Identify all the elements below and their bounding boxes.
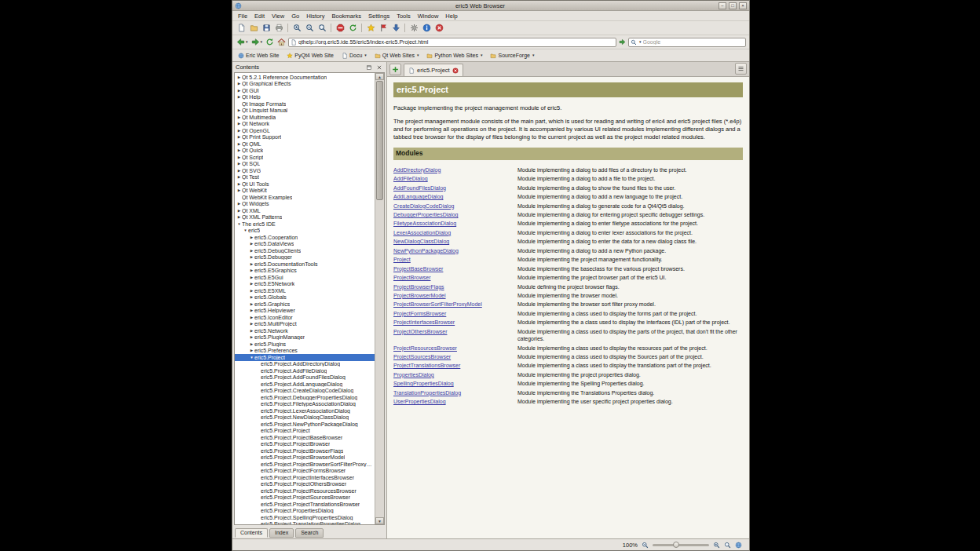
- tree-item[interactable]: ▶Qt Network: [235, 121, 375, 128]
- tree-item[interactable]: eric5.Project.ProjectInterfacesBrowser: [235, 474, 375, 481]
- expanded-arrow-icon[interactable]: ▼: [243, 228, 248, 232]
- collapsed-arrow-icon[interactable]: ▶: [249, 335, 254, 339]
- zoom-out-button[interactable]: [304, 23, 315, 34]
- collapsed-arrow-icon[interactable]: ▶: [236, 148, 242, 152]
- minimize-button[interactable]: −: [719, 2, 726, 9]
- url-input[interactable]: [298, 38, 614, 46]
- tree-item[interactable]: eric5.Project.Project: [235, 428, 375, 435]
- module-link-projectinterfacesbrowser[interactable]: ProjectInterfacesBrowser: [393, 319, 513, 326]
- tree-item[interactable]: ▶eric5.PluginManager: [235, 334, 375, 341]
- collapsed-arrow-icon[interactable]: ▶: [249, 276, 254, 279]
- tree-item[interactable]: eric5.Project.CreateDialogCodeDialog: [235, 388, 375, 395]
- tree-item[interactable]: eric5.Project.NewPythonPackageDialog: [235, 421, 375, 428]
- module-link-projectbrowser[interactable]: ProjectBrowser: [393, 274, 513, 281]
- collapsed-arrow-icon[interactable]: ▶: [249, 235, 254, 239]
- zoom-out-icon[interactable]: [642, 542, 649, 549]
- bookmark-eric-web-site[interactable]: Eric Web Site: [238, 53, 279, 59]
- collapsed-arrow-icon[interactable]: ▶: [249, 348, 254, 352]
- module-link-translationpropertiesdialog[interactable]: TranslationPropertiesDialog: [393, 389, 513, 396]
- tree-scrollbar[interactable]: ▲ ▼: [375, 73, 384, 524]
- forward-button[interactable]: ▾: [250, 37, 264, 48]
- tree-item[interactable]: ▶eric5.Network: [235, 327, 375, 334]
- module-link-addlanguagedialog[interactable]: AddLanguageDialog: [393, 193, 513, 200]
- tree-item[interactable]: ▶Qt Script: [235, 154, 375, 161]
- menu-go[interactable]: Go: [288, 12, 302, 20]
- collapsed-arrow-icon[interactable]: ▶: [236, 155, 242, 159]
- collapsed-arrow-icon[interactable]: ▶: [249, 268, 254, 272]
- collapsed-arrow-icon[interactable]: ▶: [249, 242, 254, 246]
- tree-item[interactable]: eric5.Project.NewDialogClassDialog: [235, 414, 375, 421]
- tree-item[interactable]: eric5.Project.PropertiesDialog: [235, 508, 375, 515]
- module-link-addfiledialog[interactable]: AddFileDialog: [393, 175, 513, 182]
- menu-file[interactable]: File: [235, 12, 250, 20]
- zoom-reset-button[interactable]: [316, 23, 327, 34]
- collapsed-arrow-icon[interactable]: ▶: [249, 302, 254, 306]
- collapsed-arrow-icon[interactable]: ▶: [236, 188, 242, 192]
- downloads-button[interactable]: [390, 23, 401, 34]
- tree-item[interactable]: ▶Qt GUI: [235, 87, 375, 94]
- tree-item[interactable]: ▶Qt Print Support: [235, 134, 375, 141]
- tree-item[interactable]: ▶eric5.Plugins: [235, 341, 375, 348]
- reload-button[interactable]: [265, 37, 275, 48]
- collapsed-arrow-icon[interactable]: ▶: [236, 169, 242, 173]
- collapsed-arrow-icon[interactable]: ▶: [249, 282, 254, 286]
- tree-item[interactable]: ▼eric5: [235, 228, 375, 235]
- tree-item[interactable]: ▶Qt SQL: [235, 161, 375, 168]
- menu-view[interactable]: View: [269, 12, 287, 20]
- tree-item[interactable]: ▶Qt WebKit: [235, 188, 375, 195]
- scrollbar-thumb[interactable]: [376, 81, 383, 200]
- collapsed-arrow-icon[interactable]: ▶: [236, 122, 242, 126]
- module-link-addfoundfilesdialog[interactable]: AddFoundFilesDialog: [393, 184, 513, 192]
- bookmark-pyqt4-web-site[interactable]: PyQt4 Web Site: [287, 53, 334, 59]
- new-window-button[interactable]: [236, 23, 247, 34]
- preferences-button[interactable]: [408, 23, 419, 34]
- module-link-propertiesdialog[interactable]: PropertiesDialog: [393, 371, 513, 378]
- tree-item[interactable]: ▶Qt Linguist Manual: [235, 108, 375, 115]
- tree-item[interactable]: ▶Qt UI Tools: [235, 181, 375, 188]
- tree-item[interactable]: ▶Qt Help: [235, 94, 375, 101]
- bookmark-qt-web-sites[interactable]: Qt Web Sites▾: [375, 53, 419, 59]
- tree-item[interactable]: eric5.Project.ProjectBrowserModel: [235, 454, 375, 462]
- collapsed-arrow-icon[interactable]: ▶: [249, 322, 254, 326]
- module-link-spellingpropertiesdialog[interactable]: SpellingPropertiesDialog: [393, 380, 513, 387]
- module-link-projecttranslationsbrowser[interactable]: ProjectTranslationsBrowser: [393, 362, 513, 369]
- sidebar-tab-index[interactable]: Index: [269, 528, 294, 538]
- expanded-arrow-icon[interactable]: ▼: [249, 356, 254, 359]
- tree-item[interactable]: ▶eric5.Helpviewer: [235, 308, 375, 315]
- module-link-newdialogclassdialog[interactable]: NewDialogClassDialog: [393, 238, 513, 245]
- collapsed-arrow-icon[interactable]: ▶: [236, 108, 242, 112]
- module-link-projectbasebrowser[interactable]: ProjectBaseBrowser: [393, 265, 513, 272]
- sidebar-float-button[interactable]: [365, 64, 373, 71]
- bookmark-python-web-sites[interactable]: Python Web Sites▾: [426, 53, 482, 59]
- module-link-projectothersbrowser[interactable]: ProjectOthersBrowser: [393, 328, 513, 335]
- menu-window[interactable]: Window: [415, 12, 442, 20]
- tree-item[interactable]: ▶eric5.Graphics: [235, 301, 375, 308]
- collapsed-arrow-icon[interactable]: ▶: [249, 249, 254, 253]
- collapsed-arrow-icon[interactable]: ▶: [236, 182, 242, 186]
- tree-item[interactable]: ▶eric5.E5XML: [235, 287, 375, 294]
- tree-item[interactable]: ▶Qt OpenGL: [235, 127, 375, 134]
- tree-item[interactable]: ▶eric5.Debugger: [235, 254, 375, 261]
- tree-item[interactable]: eric5.Project.AddLanguageDialog: [235, 381, 375, 388]
- search-input[interactable]: [643, 38, 744, 46]
- collapsed-arrow-icon[interactable]: ▶: [236, 142, 242, 146]
- add-bookmark-button[interactable]: [365, 23, 376, 34]
- new-tab-button[interactable]: [389, 64, 401, 75]
- module-link-projectbrowsermodel[interactable]: ProjectBrowserModel: [393, 292, 513, 299]
- expanded-arrow-icon[interactable]: ▼: [236, 222, 242, 226]
- tree-item[interactable]: ▶eric5.Cooperation: [235, 234, 375, 241]
- save-as-button[interactable]: [261, 23, 272, 34]
- close-window-button[interactable]: ×: [739, 2, 747, 9]
- collapsed-arrow-icon[interactable]: ▶: [249, 295, 254, 299]
- tree-item[interactable]: ▶Qt Multimedia: [235, 114, 375, 121]
- collapsed-arrow-icon[interactable]: ▶: [236, 82, 242, 86]
- page-tab[interactable]: eric5.Project: [404, 64, 463, 76]
- tree-item[interactable]: eric5.Project.ProjectSourcesBrowser: [235, 494, 375, 502]
- sidebar-tab-contents[interactable]: Contents: [235, 528, 268, 538]
- home-button[interactable]: [276, 37, 287, 48]
- tree-item[interactable]: ▶eric5.IconEditor: [235, 314, 375, 321]
- tree-item[interactable]: ▶eric5.DataViews: [235, 241, 375, 248]
- module-link-lexerassociationdialog[interactable]: LexerAssociationDialog: [393, 229, 513, 236]
- sidebar-close-button[interactable]: [375, 64, 383, 71]
- collapsed-arrow-icon[interactable]: ▶: [236, 129, 242, 133]
